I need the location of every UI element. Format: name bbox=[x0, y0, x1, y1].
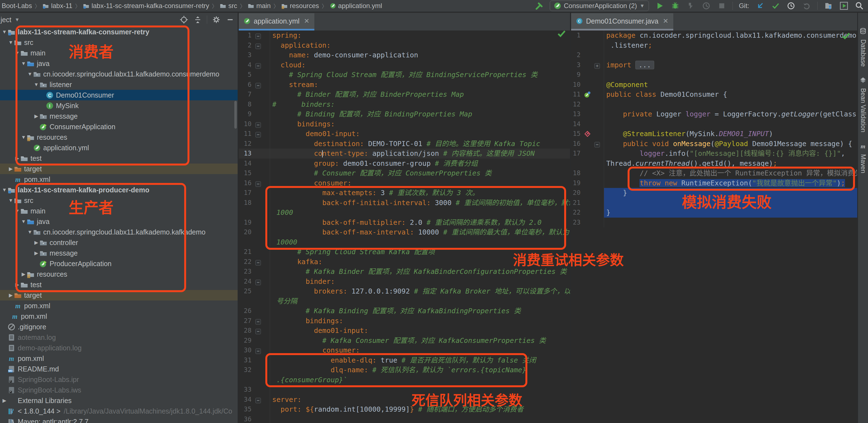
tree-item-labx-11-sc-stream-kafka-producer-demo[interactable]: ▼labx-11-sc-stream-kafka-producer-demo bbox=[0, 185, 238, 195]
code-line-2[interactable]: 2 bbox=[571, 50, 857, 60]
code-text[interactable]: Thread.currentThread().getId(), message)… bbox=[604, 159, 857, 169]
code-line-21[interactable]: 21 # Spring Cloud Stream Kafka 配置项 bbox=[239, 247, 570, 257]
tree-expand-icon[interactable]: ▼ bbox=[20, 135, 27, 140]
hide-icon[interactable] bbox=[225, 15, 235, 24]
code-line-18[interactable]: 18 // <X> 注意，此处抛出一个 RuntimeException 异常，… bbox=[571, 168, 857, 178]
bean-gutter-icon[interactable] bbox=[584, 89, 594, 100]
tree-expand-icon[interactable]: ▼ bbox=[33, 82, 40, 88]
tree-expand-icon[interactable]: ▶ bbox=[33, 239, 40, 246]
tree-expand-icon[interactable]: ▼ bbox=[7, 198, 14, 203]
code-text[interactable]: 10000 bbox=[270, 237, 570, 247]
fold-marker-icon[interactable]: − bbox=[255, 40, 270, 51]
code-text[interactable]: @StreamListener(MySink.DEMO01_INPUT) bbox=[604, 129, 857, 139]
code-line-25[interactable]: 25 brokers: 127.0.0.1:9092 # 指定 Kafka Br… bbox=[239, 286, 570, 296]
tree-expand-icon[interactable]: ▼ bbox=[14, 50, 21, 56]
tree-item-application-yml[interactable]: application.yml bbox=[0, 142, 238, 153]
tool-window-button-maven[interactable]: mMaven bbox=[858, 142, 868, 173]
fold-marker-icon[interactable]: − bbox=[255, 30, 270, 40]
tree-expand-icon[interactable]: ▶ bbox=[1, 397, 8, 403]
code-line-11[interactable]: 11public class Demo01Consumer { bbox=[571, 89, 857, 100]
code-text[interactable]: private Logger logger = LoggerFactory.ge… bbox=[604, 109, 857, 119]
tree-item-pom-xml[interactable]: mpom.xml bbox=[0, 353, 238, 364]
code-text[interactable]: public void onMessage(@Payload Demo01Mes… bbox=[604, 139, 857, 149]
code-text[interactable]: brokers: 127.0.0.1:9092 # 指定 Kafka Broke… bbox=[270, 286, 570, 296]
fold-marker-icon[interactable]: − bbox=[255, 326, 270, 336]
code-text[interactable]: content-type: application/json # 内容格式。这里… bbox=[270, 148, 570, 159]
code-line-2[interactable]: 2− application: bbox=[239, 40, 570, 51]
run-configuration-select[interactable]: ConsumerApplication (2) ▼ bbox=[550, 1, 649, 11]
tree-expand-icon[interactable]: ▼ bbox=[1, 187, 8, 193]
tree-expand-icon[interactable]: ▶ bbox=[33, 250, 40, 256]
tree-expand-icon[interactable]: ▶ bbox=[14, 155, 21, 161]
code-line-wrap[interactable]: .{consumerGroup}` bbox=[239, 375, 570, 385]
code-text[interactable]: # Consumer 配置项，对应 ConsumerProperties 类 bbox=[270, 168, 570, 178]
fold-marker-icon[interactable]: − bbox=[255, 257, 270, 267]
code-line-14[interactable]: 14 bbox=[571, 119, 857, 129]
code-text[interactable]: 1000 bbox=[270, 207, 570, 218]
tree-expand-icon[interactable]: ▼ bbox=[20, 61, 27, 66]
code-line-19[interactable]: 19 throw new RuntimeException("我就是故意抛出一个… bbox=[571, 178, 857, 188]
code-text[interactable]: } bbox=[604, 207, 857, 218]
search-icon[interactable] bbox=[855, 1, 864, 10]
tree-item--gitignore[interactable]: .gitignore bbox=[0, 321, 238, 332]
tree-expand-icon[interactable]: ▼ bbox=[27, 71, 33, 77]
breadcrumb-item-resources[interactable]: resources bbox=[281, 2, 319, 10]
locate-icon[interactable] bbox=[179, 15, 189, 24]
code-area-java[interactable]: 1package cn.iocoder.springcloud.labx11.k… bbox=[571, 30, 857, 227]
history-icon[interactable] bbox=[786, 1, 796, 10]
gear-icon[interactable] bbox=[212, 15, 221, 24]
code-line-5[interactable]: 5 # Spring Cloud Stream 配置项，对应 BindingSe… bbox=[239, 70, 570, 80]
code-line-10[interactable]: 10@Component bbox=[571, 80, 857, 90]
tree-item-mysink[interactable]: IMySink bbox=[0, 100, 238, 111]
code-line-21[interactable]: 21 bbox=[571, 198, 857, 208]
tree-expand-icon[interactable]: ▶ bbox=[33, 113, 40, 119]
run-icon[interactable] bbox=[655, 1, 664, 10]
tree-item-producerapplication[interactable]: ProducerApplication bbox=[0, 258, 238, 269]
code-line-13[interactable]: 13 private Logger logger = LoggerFactory… bbox=[571, 109, 857, 119]
code-text[interactable]: bindings: bbox=[270, 119, 570, 129]
tree-item-springboot-labs-ipr[interactable]: SpringBoot-Labs.ipr bbox=[0, 374, 238, 385]
code-line-20[interactable]: 20 back-off-max-interval: 10000 # 重试间隔的最… bbox=[239, 227, 570, 237]
code-line-10[interactable]: 10− bindings: bbox=[239, 119, 570, 129]
close-icon[interactable]: ✕ bbox=[662, 17, 668, 25]
tree-expand-icon[interactable]: ▼ bbox=[27, 229, 33, 235]
listener-gutter-icon[interactable] bbox=[584, 129, 594, 139]
fold-marker-icon[interactable]: + bbox=[594, 60, 604, 70]
code-line-28[interactable]: 28− demo01-input: bbox=[239, 326, 570, 336]
code-line-34[interactable]: 34−server: bbox=[239, 395, 570, 405]
debug-icon[interactable] bbox=[671, 1, 680, 10]
tree-expand-icon[interactable]: ▶ bbox=[20, 271, 27, 277]
tree-scrollbar[interactable] bbox=[234, 101, 237, 129]
code-text[interactable]: group: demo01-consumer-group # 消费者分组 bbox=[270, 159, 570, 169]
breadcrumb-item-src[interactable]: src bbox=[219, 2, 238, 10]
tree-expand-icon[interactable]: ▼ bbox=[14, 208, 21, 214]
code-text[interactable] bbox=[604, 218, 857, 228]
fold-marker-icon[interactable]: − bbox=[255, 316, 270, 326]
breadcrumb-item-labx-11-sc-stream-kafka-consumer-retry[interactable]: labx-11-sc-stream-kafka-consumer-retry bbox=[83, 2, 210, 10]
code-text[interactable]: } bbox=[604, 188, 857, 198]
collapse-all-icon[interactable] bbox=[193, 15, 203, 24]
code-text[interactable]: destination: DEMO-TOPIC-01 # 目的地。这里使用 Ka… bbox=[270, 139, 570, 149]
tree-item-cn-iocoder-springcloud-labx11-kafkademo-consumerdemo[interactable]: ▼cn.iocoder.springcloud.labx11.kafkademo… bbox=[0, 69, 238, 79]
code-text[interactable]: import ... bbox=[604, 60, 857, 70]
code-text[interactable]: server: bbox=[270, 395, 570, 405]
fold-marker-icon[interactable]: − bbox=[255, 60, 270, 70]
code-text[interactable] bbox=[604, 119, 857, 129]
tree-item--1-8-0-144-[interactable]: < 1.8.0_144 >/Library/Java/JavaVirtualMa… bbox=[0, 406, 238, 416]
code-text[interactable]: bindings: bbox=[270, 316, 570, 326]
code-text[interactable]: application: bbox=[270, 40, 570, 51]
code-text[interactable]: back-off-multiplier: 2.0 # 重试间隔的递乘系数，默认为… bbox=[270, 218, 570, 228]
tree-item-java[interactable]: ▼java bbox=[0, 58, 238, 69]
tree-item-springboot-labs-iws[interactable]: SpringBoot-Labs.iws bbox=[0, 385, 238, 395]
code-text[interactable] bbox=[270, 385, 570, 395]
tree-item-main[interactable]: ▼main bbox=[0, 206, 238, 216]
code-line-23[interactable]: 23 bbox=[571, 218, 857, 228]
tool-window-button-database[interactable]: Database bbox=[858, 28, 868, 66]
tree-item-test[interactable]: ▶test bbox=[0, 279, 238, 290]
breadcrumb-item-main[interactable]: main bbox=[247, 2, 271, 10]
code-text[interactable]: logger.info("[onMessage][线程编号:{} 消息内容: {… bbox=[604, 148, 857, 159]
code-line-29[interactable]: 29 # Kafka Consumer 配置项，对应 KafkaConsumer… bbox=[239, 336, 570, 346]
code-line-wrap[interactable]: .listener; bbox=[571, 40, 857, 51]
code-line-6[interactable]: 6− stream: bbox=[239, 80, 570, 90]
code-line-33[interactable]: 33 bbox=[239, 385, 570, 395]
